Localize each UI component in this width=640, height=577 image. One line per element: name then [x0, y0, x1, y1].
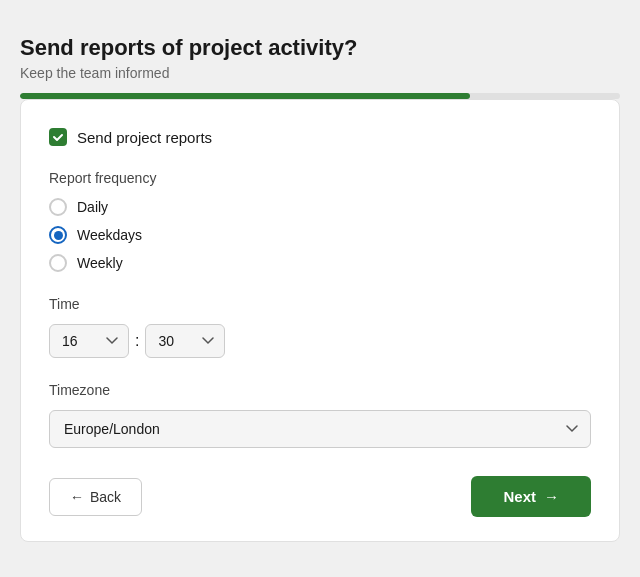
page-container: Send reports of project activity? Keep t…: [20, 35, 620, 542]
radio-weekly-indicator: [49, 254, 67, 272]
radio-weekdays-dot: [54, 231, 63, 240]
radio-daily-indicator: [49, 198, 67, 216]
next-button[interactable]: Next →: [471, 476, 591, 517]
actions-row: ← Back Next →: [49, 476, 591, 517]
minute-select[interactable]: 00 15 30 45: [145, 324, 225, 358]
timezone-section-label: Timezone: [49, 382, 591, 398]
radio-daily-label: Daily: [77, 199, 108, 215]
hour-select[interactable]: 16 0 1 2 3 4 5 6 7 8 9 10 11 12 13 14 15: [49, 324, 129, 358]
radio-weekdays-indicator: [49, 226, 67, 244]
radio-daily[interactable]: Daily: [49, 198, 591, 216]
frequency-radio-group: Daily Weekdays Weekly: [49, 198, 591, 272]
next-arrow-icon: →: [544, 488, 559, 505]
page-title: Send reports of project activity?: [20, 35, 620, 61]
time-colon: :: [135, 332, 139, 350]
time-controls: 16 0 1 2 3 4 5 6 7 8 9 10 11 12 13 14 15: [49, 324, 591, 358]
radio-weekdays-label: Weekdays: [77, 227, 142, 243]
next-button-label: Next: [503, 488, 536, 505]
form-card: Send project reports Report frequency Da…: [20, 99, 620, 542]
radio-weekly[interactable]: Weekly: [49, 254, 591, 272]
radio-weekly-label: Weekly: [77, 255, 123, 271]
back-button[interactable]: ← Back: [49, 478, 142, 516]
timezone-select[interactable]: Europe/London UTC America/New_York Ameri…: [49, 410, 591, 448]
page-subtitle: Keep the team informed: [20, 65, 620, 81]
time-section-label: Time: [49, 296, 591, 312]
header: Send reports of project activity? Keep t…: [20, 35, 620, 93]
frequency-section-label: Report frequency: [49, 170, 591, 186]
back-button-label: Back: [90, 489, 121, 505]
back-arrow-icon: ←: [70, 489, 84, 505]
send-reports-checkbox[interactable]: [49, 128, 67, 146]
send-reports-label: Send project reports: [77, 129, 212, 146]
send-reports-row[interactable]: Send project reports: [49, 128, 591, 146]
time-section: Time 16 0 1 2 3 4 5 6 7 8 9 10 11 12: [49, 296, 591, 358]
timezone-section: Timezone Europe/London UTC America/New_Y…: [49, 382, 591, 448]
radio-weekdays[interactable]: Weekdays: [49, 226, 591, 244]
